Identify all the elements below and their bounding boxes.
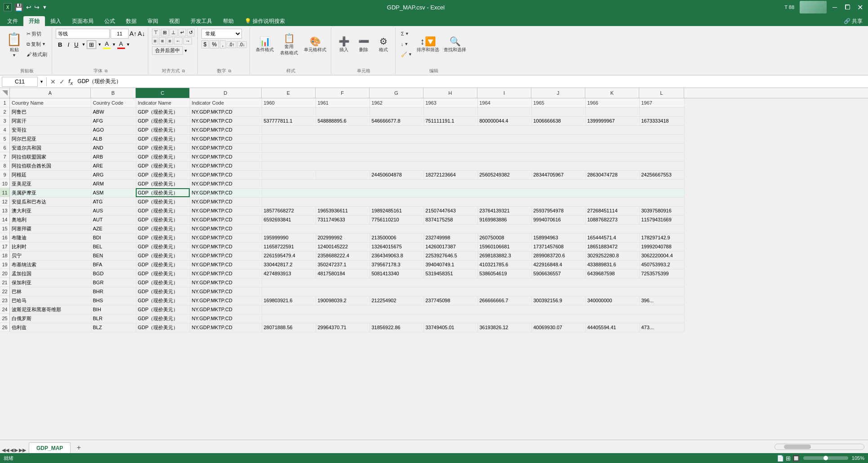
cell-l2[interactable] — [639, 107, 684, 116]
col-header-f[interactable]: F — [316, 88, 369, 98]
font-dialog-launcher[interactable]: ⧉ — [105, 69, 107, 73]
cell-d22[interactable]: NY.GDP.MKTP.CD — [190, 287, 262, 296]
cell-d5[interactable]: NY.GDP.MKTP.CD — [190, 134, 262, 143]
cell-a17[interactable]: 比利时 — [10, 242, 91, 251]
cell-k20[interactable]: 6439687598 — [585, 269, 639, 278]
cell-d16[interactable]: NY.GDP.MKTP.CD — [190, 233, 262, 242]
cell-h17[interactable]: 14260017387 — [423, 242, 477, 251]
scroll-container[interactable]: A B C D E F G H I J K L 1 2 3 4 — [0, 88, 868, 440]
col-header-j[interactable]: J — [531, 88, 585, 98]
wrap-text-button[interactable]: ↵ — [178, 29, 186, 36]
tab-review[interactable]: 审阅 — [142, 16, 164, 26]
cell-j2[interactable] — [531, 107, 585, 116]
col-header-i[interactable]: I — [477, 88, 531, 98]
row-header-1[interactable]: 1 — [0, 98, 10, 107]
cell-a14[interactable]: 奥地利 — [10, 215, 91, 224]
cell-b19[interactable]: BFA — [91, 260, 136, 269]
cell-g1[interactable]: 1962 — [369, 98, 423, 107]
tab-view[interactable]: 视图 — [164, 16, 185, 26]
tab-page-layout[interactable]: 页面布局 — [67, 16, 99, 26]
cell-j19[interactable]: 422916848.4 — [531, 260, 585, 269]
tab-insert[interactable]: 插入 — [45, 16, 67, 26]
cell-b15[interactable]: AZE — [91, 224, 136, 233]
cell-b8[interactable]: ARE — [91, 161, 136, 170]
cell-g16[interactable]: 213500006 — [369, 233, 423, 242]
col-header-h[interactable]: H — [423, 88, 477, 98]
font-name-input[interactable] — [56, 29, 110, 39]
cell-g23[interactable]: 212254902 — [369, 296, 423, 305]
cell-b17[interactable]: BEL — [91, 242, 136, 251]
cell-d7[interactable]: NY.GDP.MKTP.CD — [190, 152, 262, 161]
col-header-a[interactable]: A — [10, 88, 91, 98]
cell-k17[interactable]: 18651883472 — [585, 242, 639, 251]
indent-increase-button[interactable]: → — [183, 37, 192, 44]
quick-save[interactable]: 💾 — [14, 3, 23, 12]
tab-home[interactable]: 开始 — [23, 16, 45, 26]
cell-d20[interactable]: NY.GDP.MKTP.CD — [190, 269, 262, 278]
cell-a13[interactable]: 澳大利亚 — [10, 206, 91, 215]
cell-a20[interactable]: 孟加拉国 — [10, 269, 91, 278]
cell-c7[interactable]: GDP（现价美元） — [136, 152, 190, 161]
cell-a23[interactable]: 巴哈马 — [10, 296, 91, 305]
tab-data[interactable]: 数据 — [120, 16, 142, 26]
cell-l17[interactable]: 19992040788 — [639, 242, 684, 251]
cell-c23[interactable]: GDP（现价美元） — [136, 296, 190, 305]
cell-c3[interactable]: GDP（现价美元） — [136, 116, 190, 125]
merge-center-button[interactable]: 合并后居中 — [152, 46, 183, 55]
autosum-button[interactable]: Σ ▼ — [399, 29, 414, 39]
cell-g17[interactable]: 13264015675 — [369, 242, 423, 251]
cell-d6[interactable]: NY.GDP.MKTP.CD — [190, 143, 262, 152]
cell-f16[interactable]: 202999992 — [316, 233, 369, 242]
insert-function-icon[interactable]: fx — [67, 77, 74, 87]
cell-f3[interactable]: 548888895.6 — [316, 116, 369, 125]
cell-i18[interactable]: 2698183882.3 — [477, 251, 531, 260]
cell-c4[interactable]: GDP（现价美元） — [136, 125, 190, 134]
close-button[interactable]: ✕ — [855, 3, 864, 12]
cell-k1[interactable]: 1966 — [585, 98, 639, 107]
cell-a16[interactable]: 布隆迪 — [10, 233, 91, 242]
bold-button[interactable]: B — [56, 40, 64, 49]
cancel-edit-icon[interactable]: ✕ — [49, 77, 57, 86]
cell-h18[interactable]: 2253927646.5 — [423, 251, 477, 260]
cell-a25[interactable]: 白俄罗斯 — [10, 314, 91, 323]
cell-l1[interactable]: 1967 — [639, 98, 684, 107]
cell-b6[interactable]: AND — [91, 143, 136, 152]
cell-e3[interactable]: 537777811.1 — [262, 116, 316, 125]
cell-j13[interactable]: 25937954978 — [531, 206, 585, 215]
font-color-button[interactable]: A — [117, 40, 125, 49]
cell-c9[interactable]: GDP（现价美元） — [136, 170, 190, 179]
align-middle-button[interactable]: ⊞ — [161, 29, 169, 36]
cell-d25[interactable]: NY.GDP.MKTP.CD — [190, 314, 262, 323]
row-header-20[interactable]: 20 — [0, 269, 10, 278]
cell-l18[interactable]: 3062220004.4 — [639, 251, 684, 260]
cell-g3[interactable]: 546666677.8 — [369, 116, 423, 125]
alignment-dialog-launcher[interactable]: ⧉ — [182, 69, 185, 73]
cell-f18[interactable]: 2358688222.4 — [316, 251, 369, 260]
cell-i3[interactable]: 800000044.4 — [477, 116, 531, 125]
cell-a9[interactable]: 阿根廷 — [10, 170, 91, 179]
cell-k26[interactable]: 44405594.41 — [585, 323, 639, 332]
row-header-7[interactable]: 7 — [0, 152, 10, 161]
cell-c14[interactable]: GDP（现价美元） — [136, 215, 190, 224]
row-header-8[interactable]: 8 — [0, 161, 10, 170]
cell-h14[interactable]: 8374175258 — [423, 215, 477, 224]
cell-e26[interactable]: 28071888.56 — [262, 323, 316, 332]
cell-g9[interactable]: 24450604878 — [369, 170, 423, 179]
cell-d17[interactable]: NY.GDP.MKTP.CD — [190, 242, 262, 251]
number-dialog-launcher[interactable]: ⧉ — [228, 69, 231, 73]
align-center-button[interactable]: ≡ — [159, 37, 165, 44]
cell-j23[interactable]: 300392156.9 — [531, 296, 585, 305]
row-header-3[interactable]: 3 — [0, 116, 10, 125]
cell-d1[interactable]: Indicator Code — [190, 98, 262, 107]
cell-c22[interactable]: GDP（现价美元） — [136, 287, 190, 296]
cell-j26[interactable]: 40069930.07 — [531, 323, 585, 332]
cell-d13[interactable]: NY.GDP.MKTP.CD — [190, 206, 262, 215]
cell-b21[interactable]: BGR — [91, 278, 136, 287]
cell-b16[interactable]: BDI — [91, 233, 136, 242]
cell-g14[interactable]: 7756110210 — [369, 215, 423, 224]
sheet-nav-last[interactable]: ▶▶ — [19, 447, 26, 453]
cell-e17[interactable]: 11658722591 — [262, 242, 316, 251]
cell-i13[interactable]: 23764139321 — [477, 206, 531, 215]
cell-c5[interactable]: GDP（现价美元） — [136, 134, 190, 143]
cell-b20[interactable]: BGD — [91, 269, 136, 278]
